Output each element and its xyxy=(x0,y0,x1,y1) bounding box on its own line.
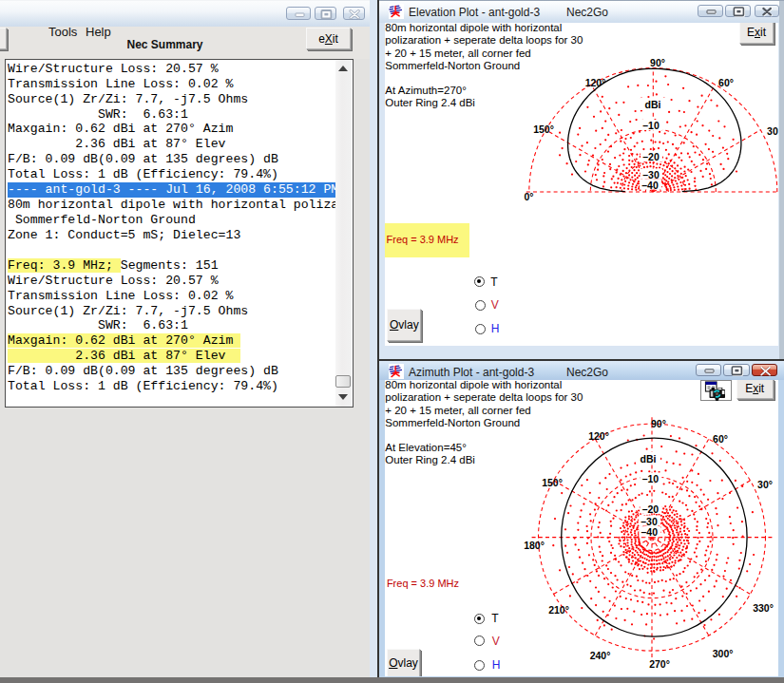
svg-text:–40: –40 xyxy=(641,526,659,538)
svg-text:240°: 240° xyxy=(590,650,611,661)
svg-text:–10: –10 xyxy=(642,472,660,484)
svg-text:–20: –20 xyxy=(642,151,660,162)
svg-text:–20: –20 xyxy=(642,503,660,514)
svg-text:90°: 90° xyxy=(650,57,665,68)
svg-text:210°: 210° xyxy=(548,603,569,615)
svg-text:330°: 330° xyxy=(753,601,774,613)
svg-text:60°: 60° xyxy=(713,432,728,444)
svg-text:300°: 300° xyxy=(713,647,734,658)
svg-text:180°: 180° xyxy=(524,540,545,551)
svg-text:dBi: dBi xyxy=(645,99,661,110)
svg-text:–30: –30 xyxy=(641,515,658,526)
svg-text:270°: 270° xyxy=(649,658,670,670)
svg-text:dBi: dBi xyxy=(641,452,657,464)
svg-text:30°: 30° xyxy=(757,479,773,490)
svg-text:150°: 150° xyxy=(542,477,563,488)
svg-text:90°: 90° xyxy=(651,417,666,428)
svg-text:30°: 30° xyxy=(767,125,778,137)
svg-text:–10: –10 xyxy=(642,120,660,131)
svg-text:120°: 120° xyxy=(585,77,606,88)
svg-text:–40: –40 xyxy=(641,180,659,191)
svg-text:0°: 0° xyxy=(524,191,533,202)
svg-text:120°: 120° xyxy=(588,430,609,442)
svg-text:150°: 150° xyxy=(533,123,554,135)
svg-text:60°: 60° xyxy=(718,77,734,88)
